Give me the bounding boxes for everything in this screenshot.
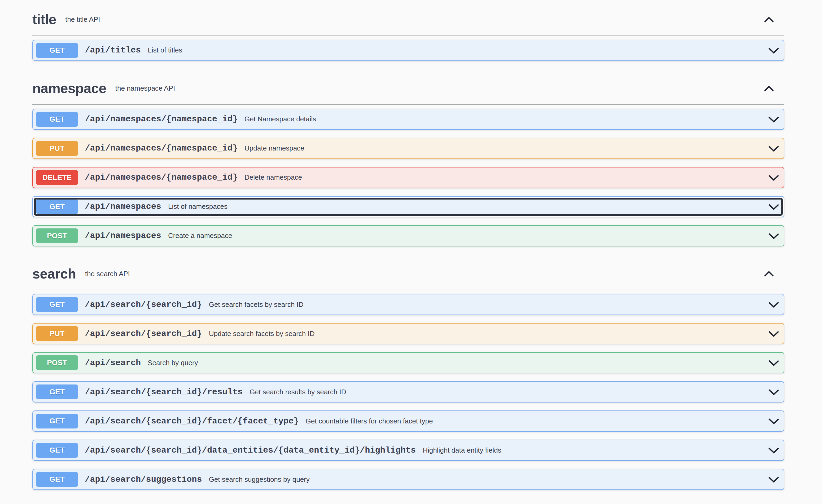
section-endpoints: GET /api/search/{search_id} Get search f… — [32, 294, 784, 490]
section-description: the title API — [65, 15, 100, 24]
section-title: search — [32, 266, 76, 282]
method-badge: GET — [36, 199, 78, 214]
chevron-up-icon — [764, 85, 774, 92]
chevron-down-icon — [768, 145, 780, 152]
section-description: the namespace API — [115, 84, 175, 92]
endpoint-path: /api/search — [85, 358, 141, 368]
section-endpoints: GET /api/titles List of titles — [32, 40, 784, 61]
method-badge: GET — [36, 414, 78, 428]
method-badge: GET — [36, 472, 78, 487]
section-collapse-button[interactable] — [764, 85, 774, 92]
chevron-down-icon — [768, 359, 780, 366]
chevron-up-icon — [764, 16, 774, 23]
chevron-down-icon — [768, 330, 780, 337]
method-badge: POST — [36, 355, 78, 370]
endpoint-row-get[interactable]: GET /api/namespaces List of namespaces — [32, 196, 784, 217]
method-badge: GET — [36, 112, 78, 127]
section-endpoints: GET /api/namespaces/{namespace_id} Get N… — [32, 109, 784, 246]
method-badge: GET — [36, 384, 78, 399]
chevron-down-icon — [768, 476, 780, 483]
endpoint-row-get[interactable]: GET /api/search/{search_id}/results Get … — [32, 381, 784, 403]
endpoint-summary: Search by query — [148, 359, 198, 367]
endpoint-summary: List of titles — [148, 46, 182, 54]
endpoint-row-get[interactable]: GET /api/titles List of titles — [32, 40, 784, 61]
endpoint-summary: Update search facets by search ID — [209, 330, 315, 338]
endpoint-path: /api/namespaces — [85, 202, 161, 211]
chevron-down-icon — [768, 203, 780, 210]
api-tag-section: title the title API GET /api/titles List… — [32, 0, 784, 61]
endpoint-expand-button[interactable] — [768, 418, 780, 425]
section-header[interactable]: namespace the namespace API — [32, 69, 784, 105]
chevron-down-icon — [768, 116, 780, 123]
endpoint-path: /api/namespaces/{namespace_id} — [85, 173, 238, 182]
endpoint-row-post[interactable]: POST /api/search Search by query — [32, 352, 784, 373]
endpoint-expand-button[interactable] — [768, 388, 780, 395]
endpoint-row-get[interactable]: GET /api/namespaces/{namespace_id} Get N… — [32, 109, 784, 130]
chevron-down-icon — [768, 47, 780, 54]
chevron-down-icon — [768, 447, 780, 454]
method-badge: GET — [36, 43, 78, 58]
endpoint-summary: List of namespaces — [168, 202, 228, 211]
section-collapse-button[interactable] — [764, 16, 774, 23]
endpoint-row-get[interactable]: GET /api/search/{search_id}/facet/{facet… — [32, 410, 784, 432]
endpoint-expand-button[interactable] — [768, 232, 780, 239]
method-badge: POST — [36, 228, 78, 243]
endpoint-path: /api/search/{search_id} — [85, 300, 202, 310]
method-badge: DELETE — [36, 170, 78, 185]
endpoint-expand-button[interactable] — [768, 301, 780, 308]
method-badge: PUT — [36, 141, 78, 156]
endpoint-expand-button[interactable] — [768, 145, 780, 152]
endpoint-expand-button[interactable] — [768, 174, 780, 181]
endpoint-path: /api/search/{search_id}/results — [85, 387, 243, 397]
endpoint-summary: Highlight data entity fields — [423, 446, 501, 454]
endpoint-summary: Get search results by search ID — [250, 388, 346, 396]
endpoint-path: /api/search/{search_id} — [85, 329, 202, 339]
method-badge: GET — [36, 297, 78, 312]
api-tag-section: namespace the namespace API GET /api/nam… — [32, 69, 784, 246]
endpoint-path: /api/search/suggestions — [85, 475, 202, 484]
endpoint-expand-button[interactable] — [768, 359, 780, 366]
endpoint-row-get[interactable]: GET /api/search/suggestions Get search s… — [32, 469, 784, 490]
endpoint-expand-button[interactable] — [768, 203, 780, 210]
endpoint-summary: Get search suggestions by query — [209, 475, 310, 484]
endpoint-summary: Get countable filters for chosen facet t… — [306, 417, 433, 425]
endpoint-expand-button[interactable] — [768, 330, 780, 337]
api-tag-section: search the search API GET /api/search/{s… — [32, 254, 784, 490]
endpoint-expand-button[interactable] — [768, 447, 780, 454]
endpoint-summary: Create a namespace — [168, 232, 232, 240]
endpoint-expand-button[interactable] — [768, 476, 780, 483]
endpoint-row-delete[interactable]: DELETE /api/namespaces/{namespace_id} De… — [32, 167, 784, 188]
chevron-down-icon — [768, 301, 780, 308]
endpoint-path: /api/namespaces — [85, 231, 161, 241]
section-header[interactable]: search the search API — [32, 254, 784, 290]
endpoint-row-get[interactable]: GET /api/search/{search_id}/data_entitie… — [32, 440, 784, 461]
section-description: the search API — [85, 270, 130, 278]
section-title: title — [32, 12, 56, 28]
endpoint-path: /api/namespaces/{namespace_id} — [85, 114, 238, 124]
method-badge: PUT — [36, 326, 78, 341]
api-sections: title the title API GET /api/titles List… — [32, 0, 784, 490]
chevron-down-icon — [768, 232, 780, 239]
chevron-down-icon — [768, 418, 780, 425]
endpoint-row-put[interactable]: PUT /api/search/{search_id} Update searc… — [32, 323, 784, 344]
endpoint-row-get[interactable]: GET /api/search/{search_id} Get search f… — [32, 294, 784, 315]
swagger-page: { "colors": { "page_background": "#fafaf… — [0, 0, 822, 504]
endpoint-row-post[interactable]: POST /api/namespaces Create a namespace — [32, 225, 784, 246]
chevron-up-icon — [764, 271, 774, 277]
endpoint-summary: Delete namespace — [245, 173, 302, 182]
method-badge: GET — [36, 443, 78, 458]
section-title: namespace — [32, 81, 106, 96]
section-header[interactable]: title the title API — [32, 0, 784, 36]
endpoint-row-put[interactable]: PUT /api/namespaces/{namespace_id} Updat… — [32, 138, 784, 159]
endpoint-summary: Get Namespace details — [245, 115, 316, 123]
endpoint-expand-button[interactable] — [768, 47, 780, 54]
endpoint-summary: Get search facets by search ID — [209, 300, 304, 309]
endpoint-path: /api/namespaces/{namespace_id} — [85, 143, 238, 153]
chevron-down-icon — [768, 388, 780, 395]
chevron-down-icon — [768, 174, 780, 181]
endpoint-path: /api/search/{search_id}/facet/{facet_typ… — [85, 416, 299, 426]
endpoint-expand-button[interactable] — [768, 116, 780, 123]
endpoint-summary: Update namespace — [245, 144, 304, 152]
section-collapse-button[interactable] — [764, 271, 774, 277]
endpoint-path: /api/titles — [85, 45, 141, 55]
